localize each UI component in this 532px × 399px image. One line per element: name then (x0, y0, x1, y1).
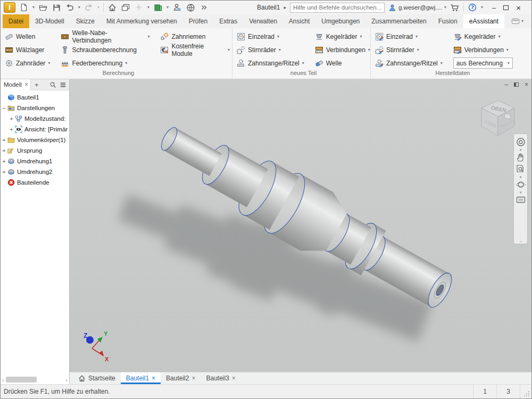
pan-hand-icon[interactable] (516, 152, 526, 163)
tab-pruefen[interactable]: Prüfen (183, 14, 213, 28)
tree-item-umdrehung2[interactable]: +Umdrehung2 (1, 167, 69, 177)
undo-icon[interactable] (65, 3, 74, 12)
tab-datei[interactable]: Datei (3, 14, 29, 28)
quick-launch-icon[interactable] (134, 3, 144, 12)
tab-bauteil3[interactable]: Bauteil3× (201, 372, 240, 384)
doc-minimize-icon[interactable]: – (504, 81, 508, 88)
web-sphere-icon[interactable] (186, 3, 195, 12)
scroll-right-icon[interactable]: › (65, 377, 68, 383)
search-icon[interactable] (49, 81, 56, 88)
tree-item-ansicht[interactable]: +Ansicht: [Primär (1, 124, 69, 135)
account-menu[interactable]: g.weser@gwj.... ▾ (388, 4, 446, 12)
help-search-input[interactable] (290, 3, 385, 13)
tree-item-bauteil1[interactable]: Bauteil1 (1, 92, 69, 103)
button-verbindungen-neu[interactable]: Verbindungen▾ (315, 43, 372, 56)
tree-item-darstellungen[interactable]: −Darstellungen (1, 103, 69, 113)
close-icon[interactable]: × (24, 81, 28, 88)
tab-ansicht[interactable]: Ansicht (283, 14, 315, 28)
close-button[interactable]: × (516, 4, 521, 12)
close-icon[interactable]: × (152, 375, 155, 382)
browser-tab-modell[interactable]: Modell× (1, 79, 31, 90)
expand-expander[interactable]: + (1, 169, 7, 175)
button-kegelraeder-herstell[interactable]: Kegelräder▾ (453, 30, 515, 43)
collapse-expander[interactable]: − (1, 105, 7, 111)
3d-viewport[interactable]: X Y Z – × (70, 79, 531, 372)
material-box-icon[interactable] (153, 3, 163, 12)
button-zahnstange-ritzel-neu[interactable]: Zahnstange/Ritzel▾ (237, 56, 306, 70)
button-kegelraeder-neu[interactable]: Kegelräder▾ (315, 30, 372, 43)
tab-bauteil1[interactable]: Bauteil1× (121, 372, 161, 384)
tab-mit-anmerkung-versehen[interactable]: Mit Anmerkung versehen (101, 14, 183, 28)
tab-zusammenarbeiten[interactable]: Zusammenarbeiten (365, 14, 432, 28)
orbit-dropdown-icon[interactable]: ▾ (520, 191, 522, 194)
zoom-dropdown-icon[interactable]: ▾ (520, 176, 522, 178)
tree-item-modellzustand[interactable]: +Modellzustand: (1, 113, 69, 124)
add-browser-tab-button[interactable]: + (31, 81, 43, 89)
navbar-customize-icon[interactable]: ⌄ (519, 239, 522, 242)
help-dropdown-icon[interactable]: ▾ (481, 5, 483, 10)
scrollbar-thumb[interactable] (6, 377, 37, 383)
home-icon[interactable] (107, 3, 117, 12)
new-file-icon[interactable] (19, 3, 29, 12)
tab-eassistant[interactable]: eAssistant (463, 14, 504, 28)
browser-horizontal-scrollbar[interactable]: ‹ › (1, 375, 69, 384)
shaft-part-model[interactable]: X Y Z (70, 79, 531, 372)
button-zahnstange-ritzel-herstell[interactable]: Zahnstange/Ritzel▾ (375, 56, 445, 70)
button-kostenfreie-module[interactable]: Kostenfreie Module▾ (160, 43, 232, 56)
material-dropdown-icon[interactable]: ▾ (167, 5, 169, 10)
button-verbindungen-herstell[interactable]: Verbindungen▾ (453, 43, 515, 56)
button-stirnraeder-neu[interactable]: Stirnräder▾ (237, 43, 306, 56)
tree-item-bauteilende[interactable]: Bauteilende (1, 177, 69, 188)
button-federberechnung[interactable]: Federberechnung▾ (61, 56, 152, 70)
expand-expander[interactable]: + (8, 115, 15, 122)
orbit-icon[interactable] (516, 179, 526, 190)
look-at-icon[interactable] (516, 195, 526, 205)
button-wellen[interactable]: Wellen (5, 30, 52, 43)
tab-startseite[interactable]: Startseite (73, 372, 121, 384)
scroll-left-icon[interactable]: ‹ (2, 377, 4, 383)
help-icon[interactable] (468, 3, 477, 12)
herstelldaten-source-combobox[interactable]: aus Berechnung▾ (453, 57, 513, 69)
tab-skizze[interactable]: Skizze (70, 14, 101, 28)
new-file-dropdown-icon[interactable]: ▾ (32, 5, 35, 10)
doc-close-icon[interactable]: × (525, 81, 528, 88)
tab-fusion[interactable]: Fusion (433, 14, 463, 28)
zoom-icon[interactable] (516, 164, 526, 174)
button-stirnraeder-herstell[interactable]: Stirnräder▾ (375, 43, 445, 56)
expand-expander[interactable]: + (1, 137, 7, 143)
quick-launch-dropdown-icon[interactable]: ▾ (147, 5, 149, 10)
expand-expander[interactable]: + (1, 147, 7, 154)
resize-grip[interactable] (520, 385, 531, 398)
user-session-icon[interactable] (172, 3, 182, 12)
redo-dropdown-icon[interactable]: ▾ (97, 5, 99, 10)
tree-item-volumenkoerper[interactable]: +Volumenkörper(1) (1, 135, 69, 145)
window-switch-icon[interactable] (121, 3, 130, 12)
navigation-wheel-icon[interactable] (516, 137, 526, 147)
button-einzelrad-neu[interactable]: Einzelrad▾ (237, 30, 306, 43)
button-welle-neu[interactable]: Welle (315, 56, 372, 70)
app-store-cart-icon[interactable] (450, 3, 460, 12)
browser-menu-icon[interactable] (60, 81, 66, 88)
inventor-logo-icon[interactable]: I (4, 2, 15, 13)
button-schraubenberechnung[interactable]: Schraubenberechnung (61, 43, 152, 56)
doc-tile-icon[interactable] (514, 82, 519, 87)
tab-umgebungen[interactable]: Umgebungen (315, 14, 365, 28)
button-zahnriemen[interactable]: Zahnriemen (160, 30, 232, 43)
tab-bauteil2[interactable]: Bauteil2× (161, 372, 201, 384)
redo-icon[interactable] (84, 3, 94, 12)
tab-extras[interactable]: Extras (213, 14, 243, 28)
tab-3d-modell[interactable]: 3D-Modell (29, 14, 70, 28)
tab-verwalten[interactable]: Verwalten (243, 14, 283, 28)
expand-expander[interactable]: + (1, 158, 7, 164)
expand-expander[interactable]: + (8, 126, 15, 132)
close-icon[interactable]: × (192, 375, 195, 382)
open-file-icon[interactable] (38, 3, 48, 12)
save-icon[interactable] (52, 3, 61, 12)
maximize-button[interactable] (503, 5, 509, 10)
minimize-button[interactable]: – (492, 4, 496, 11)
nav-wheel-dropdown-icon[interactable]: ▾ (520, 148, 522, 151)
more-commands-icon[interactable] (199, 3, 209, 12)
close-icon[interactable]: × (232, 375, 236, 382)
tree-item-umdrehung1[interactable]: +Umdrehung1 (1, 156, 69, 167)
button-welle-nabe-verbindungen[interactable]: Welle-Nabe-Verbindungen▾ (61, 30, 152, 43)
